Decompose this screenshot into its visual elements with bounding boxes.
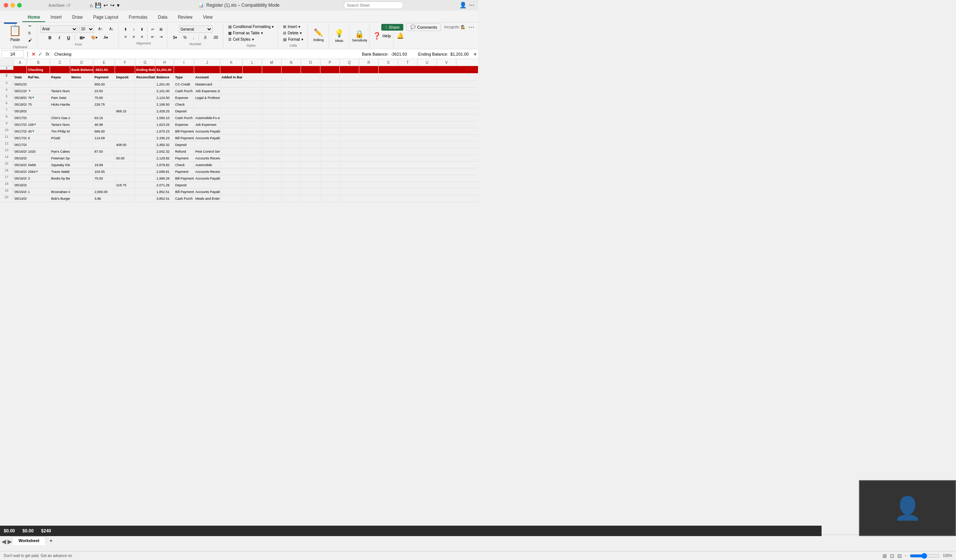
decrease-font-button[interactable]: A↓	[107, 26, 116, 32]
cell-H19[interactable]: 1,852.51	[156, 188, 174, 195]
cell-I3[interactable]: CC-Credit	[174, 81, 194, 87]
cell-A15[interactable]: 05/16/2019	[13, 162, 27, 168]
cell-O1[interactable]	[301, 66, 321, 73]
cell-G1[interactable]: Ending Balance:	[135, 66, 156, 73]
cell-C2[interactable]: Payee	[50, 74, 70, 81]
cell-J6[interactable]	[194, 101, 220, 108]
cell-B15[interactable]: Debit	[27, 162, 50, 168]
cell-N19[interactable]	[281, 188, 301, 195]
cell-D6[interactable]	[70, 101, 93, 108]
cell-K1[interactable]	[220, 66, 243, 73]
cell-D8[interactable]	[70, 115, 93, 121]
tab-insert[interactable]: Insert	[45, 13, 67, 22]
cell-P10[interactable]	[321, 128, 340, 134]
cell-I14[interactable]: Payment	[174, 155, 194, 161]
cell-M8[interactable]	[262, 115, 281, 121]
cell-H14[interactable]: 2,129.82	[156, 155, 174, 161]
cancel-formula-icon[interactable]: ✕	[31, 51, 36, 57]
spreadsheet-row-8[interactable]: 8 05/17/2019 Chin's Gas and Oil 63.15 1,…	[0, 115, 478, 121]
cell-N16[interactable]	[281, 168, 301, 175]
cell-H11[interactable]: 2,336.23	[156, 135, 174, 141]
cell-L15[interactable]	[243, 162, 262, 168]
cell-M3[interactable]	[262, 81, 281, 87]
align-middle-button[interactable]: ↕	[130, 27, 137, 33]
cell-H15[interactable]: 2,079.82	[156, 162, 174, 168]
font-size-select[interactable]: 10	[79, 25, 94, 33]
cell-D4[interactable]	[70, 88, 93, 94]
cell-A17[interactable]: 05/16/2019	[13, 175, 27, 182]
cell-E17[interactable]: 75.00	[93, 175, 115, 182]
cell-M14[interactable]	[262, 155, 281, 161]
search-input[interactable]	[344, 2, 403, 9]
cell-F15[interactable]	[115, 162, 135, 168]
cell-K2[interactable]: Added in Banking	[220, 74, 243, 81]
cell-K19[interactable]	[220, 188, 243, 195]
cell-C14[interactable]: Freeman Sporting Goods 55 Twin Lane	[50, 155, 70, 161]
cell-A10[interactable]: 05/17/2019	[13, 128, 27, 134]
cell-C18[interactable]	[50, 182, 70, 188]
spreadsheet-row-7[interactable]: 7 05/18/2019 868.15 2,428.25 Deposit	[0, 108, 478, 115]
cell-A16[interactable]: 05/16/2019	[13, 168, 27, 175]
cell-L2[interactable]	[243, 74, 262, 81]
currency-button[interactable]: $▾	[170, 35, 179, 41]
cell-N18[interactable]	[281, 182, 301, 188]
cell-D1[interactable]: Bank Balance:	[70, 66, 93, 73]
wrap-text-button[interactable]: ↵	[149, 27, 156, 33]
cell-L18[interactable]	[243, 182, 262, 188]
cell-A4[interactable]: 05/21/2019	[13, 88, 27, 94]
cell-A19[interactable]: 05/15/2019	[13, 188, 27, 195]
cell-I9[interactable]: Expense	[174, 121, 194, 128]
cell-F7[interactable]: 868.15	[115, 108, 135, 114]
cell-L4[interactable]	[243, 88, 262, 94]
cell-B11[interactable]: 6	[27, 135, 50, 141]
cell-O12[interactable]	[301, 141, 321, 148]
col-header-H[interactable]: H	[156, 59, 174, 66]
cell-H13[interactable]: 2,042.32	[156, 148, 174, 155]
cell-J17[interactable]: Accounts Payable (A/P)	[194, 175, 220, 182]
tab-data[interactable]: Data	[153, 13, 173, 22]
align-left-button[interactable]: ≡	[122, 34, 129, 40]
cell-F13[interactable]	[115, 148, 135, 155]
cell-P1[interactable]	[321, 66, 340, 73]
cell-E20[interactable]: 3.86	[93, 195, 115, 202]
cell-Q2[interactable]	[340, 74, 359, 81]
cell-H7[interactable]: 2,428.25	[156, 108, 174, 114]
cell-L12[interactable]	[243, 141, 262, 148]
cell-H17[interactable]: 1,996.26	[156, 175, 174, 182]
cell-P2[interactable]	[321, 74, 340, 81]
cell-J20[interactable]: Meals and Entertainment	[194, 195, 220, 202]
cell-H12[interactable]: 2,450.32	[156, 141, 174, 148]
col-header-R[interactable]: R	[359, 59, 379, 66]
cell-G4[interactable]	[135, 88, 156, 94]
sensitivity-button[interactable]: 🔒 Sensitivity	[352, 30, 368, 42]
cell-L9[interactable]	[243, 121, 262, 128]
cell-G14[interactable]	[135, 155, 156, 161]
fill-color-button[interactable]: 🎨▾	[88, 35, 100, 41]
cell-K16[interactable]	[220, 168, 243, 175]
col-header-N[interactable]: N	[281, 59, 301, 66]
col-header-D[interactable]: D	[70, 59, 93, 66]
cell-G18[interactable]	[135, 182, 156, 188]
spreadsheet-row-10[interactable]: 10 05/17/2019 45▼ Tim Philip Masonry 666…	[0, 128, 478, 135]
cell-A13[interactable]: 05/16/2019	[13, 148, 27, 155]
cell-B18[interactable]	[27, 182, 50, 188]
cell-J1[interactable]	[194, 66, 220, 73]
cell-B14[interactable]	[27, 155, 50, 161]
cell-M18[interactable]	[262, 182, 281, 188]
cell-F4[interactable]	[115, 88, 135, 94]
insert-cells-button[interactable]: ⊞ Insert ▾	[281, 24, 305, 30]
tab-page-layout[interactable]: Page Layout	[88, 13, 123, 22]
cell-O10[interactable]	[301, 128, 321, 134]
cell-L5[interactable]	[243, 94, 262, 101]
cell-H20[interactable]: 3,852.51	[156, 195, 174, 202]
cell-P5[interactable]	[321, 94, 340, 101]
copy-button[interactable]: ⎘	[26, 30, 35, 36]
cell-O5[interactable]	[301, 94, 321, 101]
cell-O6[interactable]	[301, 101, 321, 108]
cell-L8[interactable]	[243, 115, 262, 121]
cell-F2[interactable]: Deposit	[115, 74, 135, 81]
cell-A1[interactable]	[13, 66, 27, 73]
spreadsheet-row-2[interactable]: 2 Date Ref No. Payee Memo Payment Deposi…	[0, 74, 478, 81]
cell-B3[interactable]	[27, 81, 50, 87]
tab-home[interactable]: Home	[22, 13, 45, 22]
